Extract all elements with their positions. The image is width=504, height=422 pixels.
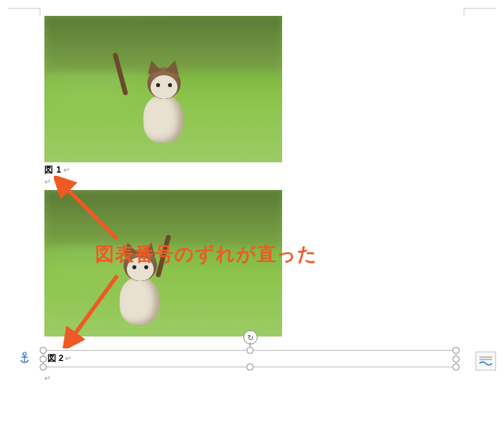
figure-1-caption[interactable]: 図 1↵ xyxy=(44,164,488,176)
figure-1-caption-text: 図 1 xyxy=(44,165,62,174)
layout-options-icon xyxy=(479,355,493,367)
resize-handle[interactable] xyxy=(452,347,460,354)
resize-handle[interactable] xyxy=(246,363,254,371)
resize-handle[interactable] xyxy=(40,347,47,354)
paragraph-mark-icon: ↵ xyxy=(44,374,51,382)
caption-textbox-selection[interactable] xyxy=(43,350,456,367)
resize-handle[interactable] xyxy=(40,363,47,371)
figure-1-image[interactable] xyxy=(44,16,282,162)
paragraph-mark-icon: ↵ xyxy=(65,354,71,363)
figure-2-caption[interactable]: 図 2↵ xyxy=(48,352,71,364)
rotate-handle-icon[interactable] xyxy=(243,330,258,344)
layout-options-button[interactable] xyxy=(475,352,496,371)
annotation-arrow xyxy=(62,269,133,348)
anchor-icon xyxy=(19,352,30,364)
page-margin-guide xyxy=(464,8,496,9)
resize-handle[interactable] xyxy=(452,363,460,371)
svg-line-5 xyxy=(63,185,117,239)
resize-handle[interactable] xyxy=(40,355,47,363)
svg-line-6 xyxy=(71,276,117,339)
page-margin-guide xyxy=(464,8,464,16)
resize-handle[interactable] xyxy=(246,347,254,354)
annotation-arrow xyxy=(54,176,125,247)
figure-2-caption-text: 図 2 xyxy=(48,353,63,363)
annotation-label: 図表番号のずれが直った xyxy=(95,241,318,267)
paragraph-mark-icon: ↵ xyxy=(63,165,71,174)
svg-point-0 xyxy=(23,352,26,355)
resize-handle[interactable] xyxy=(452,355,460,363)
page-margin-guide xyxy=(40,8,40,16)
page-margin-guide xyxy=(8,8,40,9)
